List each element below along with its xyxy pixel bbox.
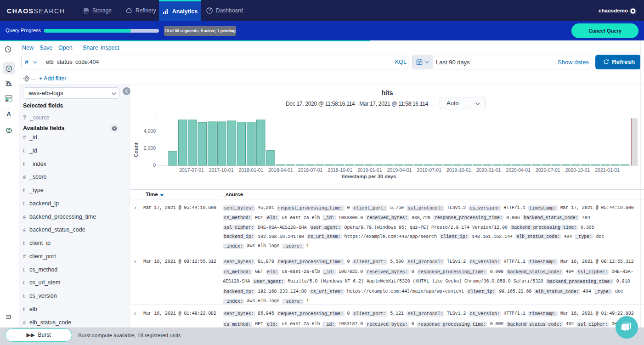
svg-text:2018-01-01: 2018-01-01 [238, 167, 263, 173]
svg-text:2019-10-01: 2019-10-01 [446, 167, 471, 173]
svg-text:2,000: 2,000 [144, 145, 156, 151]
svg-text:4,000: 4,000 [144, 128, 156, 134]
svg-text:2018-04-01: 2018-04-01 [268, 167, 293, 173]
svg-text:2020-01-01: 2020-01-01 [476, 167, 501, 173]
svg-text:2018-07-01: 2018-07-01 [298, 167, 323, 173]
svg-text:2018-10-01: 2018-10-01 [328, 167, 352, 173]
svg-text:0: 0 [153, 162, 156, 168]
svg-text:2019-07-01: 2019-07-01 [417, 167, 441, 173]
svg-text:2017-07-01: 2017-07-01 [179, 167, 204, 173]
svg-text:Count: Count [133, 142, 139, 157]
svg-text:2017-10-01: 2017-10-01 [209, 167, 234, 173]
svg-text:2019-04-01: 2019-04-01 [387, 167, 412, 173]
svg-text:2020-10-01: 2020-10-01 [565, 167, 590, 173]
svg-text:2019-01-01: 2019-01-01 [357, 167, 382, 173]
svg-text:2020-07-01: 2020-07-01 [536, 167, 560, 173]
svg-text:2020-04-01: 2020-04-01 [506, 167, 531, 173]
svg-text:2021-01-01: 2021-01-01 [595, 167, 620, 173]
